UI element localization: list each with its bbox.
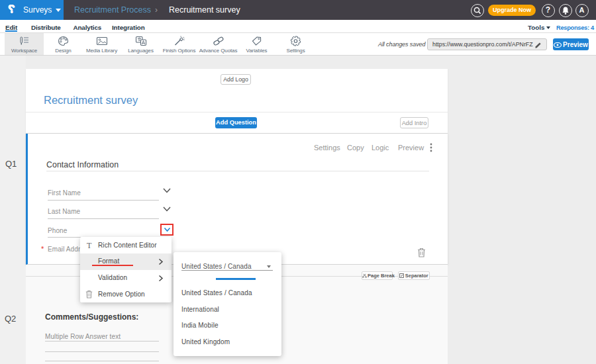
svg-text:T: T (87, 241, 92, 249)
